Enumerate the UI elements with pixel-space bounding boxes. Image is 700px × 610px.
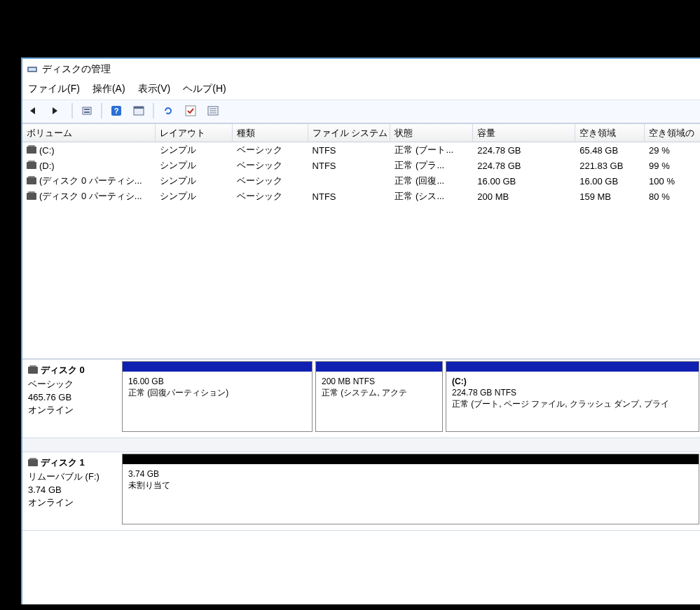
svg-rect-9 bbox=[186, 106, 195, 116]
cell-filesystem: NTFS bbox=[308, 142, 391, 158]
partition-status: 正常 (ブート, ページ ファイル, クラッシュ ダンプ, プライ bbox=[452, 398, 693, 409]
menu-action[interactable]: 操作(A) bbox=[92, 83, 125, 95]
cell-filesystem: NTFS bbox=[308, 189, 391, 204]
table-header: ボリューム レイアウト 種類 ファイル システム 状態 容量 空き領域 空き領域… bbox=[22, 124, 700, 142]
partition[interactable]: (C:)224.78 GB NTFS正常 (ブート, ページ ファイル, クラッ… bbox=[446, 361, 699, 432]
toolbar: ? bbox=[22, 100, 700, 123]
cell-kind: ベーシック bbox=[233, 158, 308, 173]
disk-partitions: 16.00 GB正常 (回復パーティション)200 MB NTFS正常 (システ… bbox=[121, 360, 700, 438]
partition-body: (C:)224.78 GB NTFS正常 (ブート, ページ ファイル, クラッ… bbox=[446, 372, 699, 431]
partition[interactable]: 3.74 GB未割り当て bbox=[122, 454, 699, 524]
svg-rect-8 bbox=[134, 107, 144, 109]
forward-button[interactable] bbox=[48, 102, 67, 120]
toolbar-separator bbox=[101, 103, 102, 118]
check-button[interactable] bbox=[181, 102, 200, 120]
cell-free-pct: 99 % bbox=[645, 158, 700, 173]
cell-free: 65.48 GB bbox=[575, 142, 645, 158]
partition-body: 3.74 GB未割り当て bbox=[123, 464, 699, 524]
partition[interactable]: 16.00 GB正常 (回復パーティション) bbox=[122, 361, 313, 432]
partition-size: 3.74 GB bbox=[128, 468, 693, 480]
menubar: ファイル(F) 操作(A) 表示(V) ヘルプ(H) bbox=[22, 80, 700, 100]
col-volume[interactable]: ボリューム bbox=[22, 124, 156, 142]
partition-header bbox=[123, 362, 312, 372]
partition-size: 224.78 GB NTFS bbox=[452, 387, 693, 398]
partition-status: 正常 (回復パーティション) bbox=[128, 387, 306, 398]
cell-status: 正常 (シス... bbox=[390, 189, 473, 204]
cell-free-pct: 80 % bbox=[645, 189, 700, 204]
disk-icon bbox=[28, 459, 38, 466]
partition-body: 16.00 GB正常 (回復パーティション) bbox=[123, 372, 312, 431]
disk-meta: ディスク 0ベーシック465.76 GBオンライン bbox=[22, 360, 121, 438]
cell-kind: ベーシック bbox=[233, 173, 308, 189]
col-kind[interactable]: 種類 bbox=[233, 124, 308, 142]
cell-free-pct: 100 % bbox=[645, 173, 700, 189]
col-free-pct[interactable]: 空き領域の bbox=[645, 124, 700, 142]
back-button[interactable] bbox=[25, 102, 45, 120]
partition-size: 200 MB NTFS bbox=[322, 376, 437, 387]
cell-filesystem bbox=[308, 173, 391, 189]
cell-kind: ベーシック bbox=[233, 189, 308, 204]
window-title: ディスクの管理 bbox=[42, 63, 111, 76]
list-button[interactable] bbox=[203, 102, 223, 120]
view-details-button[interactable] bbox=[129, 102, 149, 120]
cell-status: 正常 (プラ... bbox=[390, 158, 473, 173]
cell-volume: (D:) bbox=[22, 158, 156, 173]
cell-free: 221.83 GB bbox=[575, 158, 645, 173]
help-button[interactable]: ? bbox=[107, 102, 126, 120]
cell-free: 159 MB bbox=[575, 189, 645, 204]
cell-layout: シンプル bbox=[156, 142, 233, 158]
titlebar: ディスクの管理 bbox=[22, 59, 700, 80]
cell-layout: シンプル bbox=[156, 158, 233, 173]
col-capacity[interactable]: 容量 bbox=[473, 124, 575, 142]
svg-rect-1 bbox=[29, 68, 36, 71]
properties-button[interactable] bbox=[77, 102, 97, 120]
graphical-view: ディスク 0ベーシック465.76 GBオンライン16.00 GB正常 (回復パ… bbox=[22, 358, 700, 531]
menu-file[interactable]: ファイル(F) bbox=[28, 83, 80, 95]
svg-rect-2 bbox=[83, 107, 91, 114]
menu-view[interactable]: 表示(V) bbox=[138, 83, 171, 95]
disk-separator bbox=[22, 438, 700, 452]
cell-layout: シンプル bbox=[156, 189, 233, 204]
col-free[interactable]: 空き領域 bbox=[575, 124, 645, 142]
svg-text:?: ? bbox=[114, 107, 119, 115]
cell-capacity: 200 MB bbox=[473, 189, 575, 204]
menu-help[interactable]: ヘルプ(H) bbox=[183, 83, 226, 95]
disk-type: リムーバブル (F:) bbox=[28, 470, 115, 483]
partition-header bbox=[446, 362, 699, 372]
cell-filesystem: NTFS bbox=[308, 158, 391, 173]
cell-capacity: 16.00 GB bbox=[473, 173, 575, 189]
partition-status: 未割り当て bbox=[128, 480, 693, 491]
table-row[interactable]: (C:)シンプルベーシックNTFS正常 (ブート...224.78 GB65.4… bbox=[22, 142, 700, 158]
table-row[interactable]: (ディスク 0 パーティシ...シンプルベーシック正常 (回復...16.00 … bbox=[22, 173, 700, 189]
col-layout[interactable]: レイアウト bbox=[156, 124, 233, 142]
partition[interactable]: 200 MB NTFS正常 (システム, アクテ bbox=[315, 361, 443, 432]
cell-kind: ベーシック bbox=[233, 142, 308, 158]
svg-rect-4 bbox=[84, 111, 90, 113]
volume-list: ボリューム レイアウト 種類 ファイル システム 状態 容量 空き領域 空き領域… bbox=[22, 123, 700, 204]
disk-row: ディスク 1リムーバブル (F:)3.74 GBオンライン3.74 GB未割り当… bbox=[22, 452, 700, 531]
disk-state: オンライン bbox=[28, 404, 115, 416]
refresh-button[interactable] bbox=[158, 102, 178, 120]
partition-header bbox=[316, 362, 442, 372]
col-status[interactable]: 状態 bbox=[390, 124, 473, 142]
disk-meta: ディスク 1リムーバブル (F:)3.74 GBオンライン bbox=[22, 452, 121, 530]
disk-size: 465.76 GB bbox=[28, 392, 115, 402]
disk-label: ディスク 0 bbox=[28, 364, 115, 377]
app-icon bbox=[27, 64, 38, 75]
table-row[interactable]: (ディスク 0 パーティシ...シンプルベーシックNTFS正常 (シス...20… bbox=[22, 189, 700, 204]
cell-capacity: 224.78 GB bbox=[473, 158, 575, 173]
cell-free: 16.00 GB bbox=[575, 173, 645, 189]
toolbar-separator bbox=[153, 103, 154, 118]
disk-partitions: 3.74 GB未割り当て bbox=[121, 452, 700, 530]
cell-volume: (ディスク 0 パーティシ... bbox=[22, 189, 156, 204]
disk-management-window: ディスクの管理 ファイル(F) 操作(A) 表示(V) ヘルプ(H) ? bbox=[21, 57, 700, 604]
cell-status: 正常 (回復... bbox=[390, 173, 473, 189]
partition-title: (C:) bbox=[452, 376, 693, 387]
partition-header bbox=[123, 454, 699, 464]
disk-state: オンライン bbox=[28, 496, 115, 509]
cell-layout: シンプル bbox=[156, 173, 233, 189]
col-filesystem[interactable]: ファイル システム bbox=[308, 124, 391, 142]
cell-volume: (C:) bbox=[22, 142, 156, 158]
disk-icon bbox=[27, 177, 36, 184]
table-row[interactable]: (D:)シンプルベーシックNTFS正常 (プラ...224.78 GB221.8… bbox=[22, 158, 700, 173]
